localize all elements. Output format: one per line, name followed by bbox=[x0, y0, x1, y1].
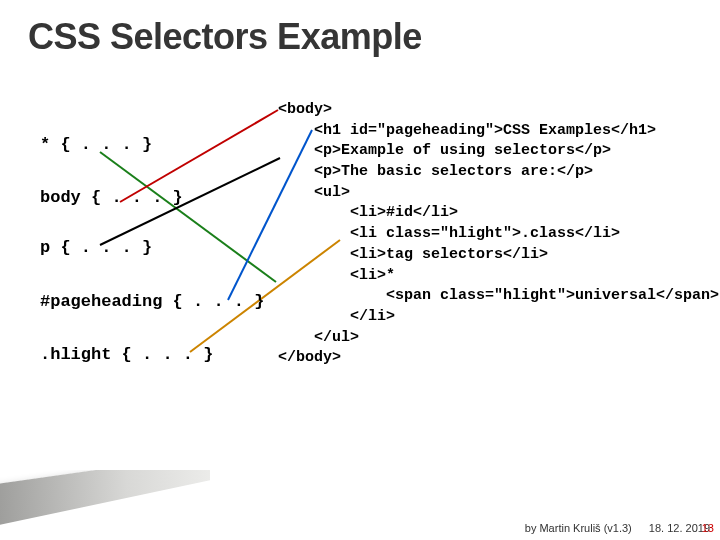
html-code-block: <body> <h1 id="pageheading">CSS Examples… bbox=[278, 100, 719, 369]
css-selector-4: .hlight { . . . } bbox=[40, 345, 213, 364]
footer-author: by Martin Kruliš (v1.3) bbox=[525, 522, 632, 534]
footer: by Martin Kruliš (v1.3) 18. 12. 2019 bbox=[525, 522, 710, 534]
css-selector-3: #pageheading { . . . } bbox=[40, 292, 264, 311]
content-area: * { . . . }body { . . . }p { . . . }#pag… bbox=[0, 100, 720, 470]
decorative-wedge bbox=[0, 470, 210, 540]
css-selector-2: p { . . . } bbox=[40, 238, 152, 257]
css-selector-0: * { . . . } bbox=[40, 135, 152, 154]
page-title: CSS Selectors Example bbox=[0, 0, 720, 58]
svg-line-0 bbox=[100, 152, 276, 282]
page-number: 13 bbox=[690, 522, 714, 534]
css-selector-1: body { . . . } bbox=[40, 188, 183, 207]
